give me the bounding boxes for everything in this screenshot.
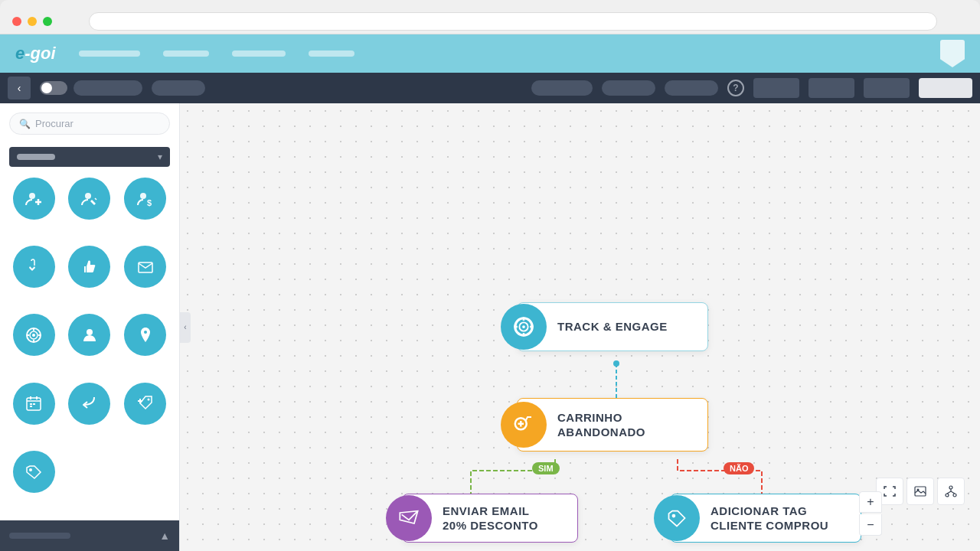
sidebar-footer: ▲ <box>0 520 179 551</box>
svg-point-14 <box>87 329 93 335</box>
footer-bar <box>9 533 70 539</box>
svg-text:$: $ <box>147 198 152 207</box>
svg-line-48 <box>951 491 955 494</box>
image-view-button[interactable] <box>906 478 934 505</box>
chevron-down-icon: ▾ <box>158 152 162 162</box>
category-label <box>17 154 55 160</box>
no-badge: NÃO <box>724 461 754 474</box>
track-engage-label: TRACK & ENGAGE <box>547 313 683 341</box>
track-engage-node-icon <box>501 304 547 350</box>
publish-button[interactable] <box>919 78 972 98</box>
zoom-out-button[interactable]: − <box>859 514 882 536</box>
track-engage-node[interactable]: TRACK & ENGAGE <box>517 302 708 351</box>
minimize-dot[interactable] <box>28 17 37 26</box>
search-input[interactable]: Procurar <box>35 118 74 129</box>
category-header[interactable]: ▾ <box>9 147 170 167</box>
email-node-icon <box>386 495 432 541</box>
svg-point-26 <box>29 468 32 471</box>
logo: e-goi <box>15 44 56 64</box>
secondary-nav: ‹ ? <box>0 73 980 103</box>
svg-point-23 <box>147 399 149 401</box>
interact-icon[interactable] <box>13 246 55 288</box>
location-icon[interactable] <box>124 314 166 356</box>
nav-pill-4[interactable] <box>665 80 718 96</box>
svg-rect-21 <box>33 403 35 405</box>
person-icon[interactable] <box>68 314 110 356</box>
icon-grid: $ <box>0 170 179 520</box>
nav-item-2[interactable] <box>163 51 209 57</box>
address-bar[interactable] <box>89 12 937 31</box>
svg-line-47 <box>947 491 951 494</box>
app-wrapper: e-goi ‹ ? 🔍 Procurar <box>0 34 980 551</box>
like-icon[interactable] <box>68 246 110 288</box>
tag-add-icon[interactable] <box>124 383 166 425</box>
nav-item-3[interactable] <box>232 51 286 57</box>
svg-rect-20 <box>30 403 32 405</box>
browser-chrome <box>0 0 980 34</box>
nav-item-1[interactable] <box>79 51 140 57</box>
edit-contact-icon[interactable] <box>68 178 110 220</box>
zoom-in-button[interactable]: + <box>859 491 882 513</box>
tag-icon[interactable] <box>13 451 55 493</box>
email-icon[interactable] <box>124 246 166 288</box>
tag-node-label: ADICIONAR TAG CLIENTE COMPROU <box>700 497 844 540</box>
toggle-label <box>74 80 142 96</box>
nav-pill-1[interactable] <box>152 80 205 96</box>
avatar[interactable] <box>940 40 965 67</box>
footer-chevron-up-icon[interactable]: ▲ <box>159 530 170 542</box>
svg-rect-22 <box>30 406 32 407</box>
main-content: 🔍 Procurar ▾ <box>0 103 980 551</box>
search-box[interactable]: 🔍 Procurar <box>9 112 170 135</box>
svg-point-9 <box>32 334 35 337</box>
tag-node[interactable]: ADICIONAR TAG CLIENTE COMPROU <box>670 494 861 543</box>
svg-point-40 <box>672 514 676 518</box>
action-btn-2[interactable] <box>808 78 854 98</box>
svg-point-15 <box>144 331 147 334</box>
track-engage-icon[interactable] <box>13 314 55 356</box>
tree-view-button[interactable] <box>937 478 965 505</box>
view-controls <box>876 478 965 505</box>
add-contact-icon[interactable] <box>13 178 55 220</box>
calendar-icon[interactable] <box>13 383 55 425</box>
toggle-wrap <box>40 80 142 96</box>
svg-point-0 <box>29 193 35 199</box>
action-btn-1[interactable] <box>753 78 799 98</box>
sidebar: 🔍 Procurar ▾ <box>0 103 180 551</box>
tag-node-icon <box>654 495 700 541</box>
cart-label: CARRINHO ABANDONADO <box>547 404 661 446</box>
collapse-handle[interactable]: ‹ <box>180 312 191 343</box>
nav-pill-3[interactable] <box>602 80 655 96</box>
zoom-controls: + − <box>859 491 882 536</box>
svg-point-32 <box>522 325 525 328</box>
nav-pill-2[interactable] <box>531 80 593 96</box>
canvas-area[interactable]: ‹ <box>180 103 980 551</box>
close-dot[interactable] <box>12 17 21 26</box>
svg-point-3 <box>85 193 91 199</box>
toggle-switch[interactable] <box>40 81 67 95</box>
nav-item-4[interactable] <box>309 51 354 57</box>
top-nav: e-goi <box>0 34 980 73</box>
svg-point-45 <box>953 494 956 497</box>
search-icon: 🔍 <box>19 119 31 129</box>
email-node[interactable]: ENVIAR EMAIL 20% DESCONTO <box>402 494 578 543</box>
back-button[interactable]: ‹ <box>8 77 31 99</box>
reply-icon[interactable] <box>68 383 110 425</box>
yes-badge: SIM <box>532 461 560 474</box>
svg-point-4 <box>140 193 146 199</box>
email-node-label: ENVIAR EMAIL 20% DESCONTO <box>432 497 554 540</box>
cart-node[interactable]: CARRINHO ABANDONADO <box>517 398 708 452</box>
action-btn-3[interactable] <box>864 78 910 98</box>
svg-point-28 <box>613 360 619 367</box>
maximize-dot[interactable] <box>43 17 52 26</box>
money-contact-icon[interactable]: $ <box>124 178 166 220</box>
svg-point-43 <box>949 486 952 489</box>
cart-node-icon <box>501 402 547 448</box>
help-button[interactable]: ? <box>727 80 744 96</box>
svg-point-44 <box>946 494 949 497</box>
